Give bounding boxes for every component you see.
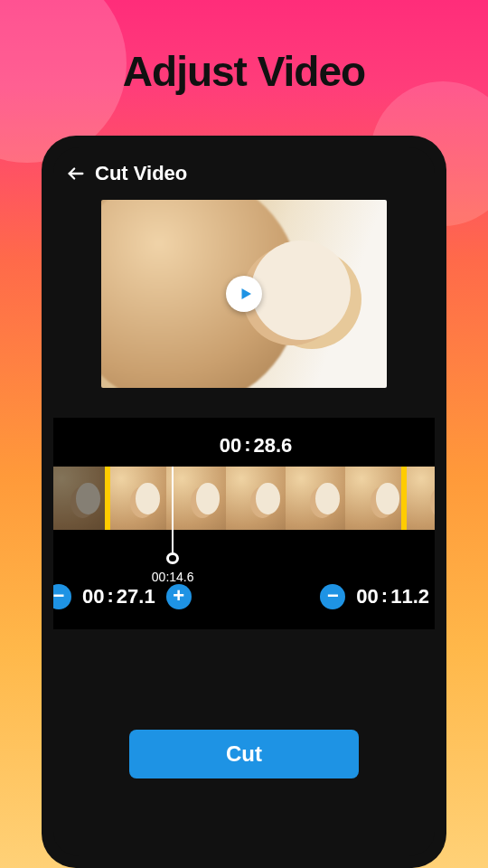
start-mm: 00 bbox=[82, 585, 104, 608]
plus-icon: + bbox=[173, 586, 184, 606]
timeline-thumb bbox=[345, 467, 405, 530]
back-arrow-icon[interactable] bbox=[66, 164, 86, 184]
playhead-line bbox=[172, 467, 174, 556]
start-ss: 27.1 bbox=[117, 585, 155, 608]
timeline-thumb bbox=[166, 467, 226, 530]
end-minus-button[interactable]: − bbox=[320, 584, 345, 609]
phone-frame: Cut Video 00:28.6 bbox=[42, 136, 446, 868]
minus-icon: − bbox=[327, 586, 339, 606]
trim-panel: 00:28.6 00:14.6 bbox=[53, 418, 435, 629]
start-time-control: − 00:27.1 + bbox=[53, 584, 192, 609]
playhead-time: 00:14.6 bbox=[152, 570, 194, 584]
end-ss: 11.2 bbox=[390, 585, 429, 608]
appbar-title: Cut Video bbox=[95, 162, 187, 185]
timeline-thumb bbox=[226, 467, 286, 530]
timeline-thumb bbox=[53, 467, 106, 530]
playhead-dot-icon bbox=[166, 552, 179, 564]
minus-icon: − bbox=[53, 586, 64, 606]
start-plus-button[interactable]: + bbox=[166, 584, 192, 609]
timeline-thumb bbox=[406, 467, 435, 530]
timeline-thumb bbox=[286, 467, 345, 530]
duration-mm: 00 bbox=[220, 434, 241, 457]
timeline[interactable]: 00:14.6 bbox=[53, 467, 435, 530]
cut-button[interactable]: Cut bbox=[129, 730, 359, 778]
total-duration: 00:28.6 bbox=[53, 434, 435, 458]
app-bar: Cut Video bbox=[53, 147, 435, 193]
start-time-value: 00:27.1 bbox=[82, 585, 155, 609]
app-screen: Cut Video 00:28.6 bbox=[53, 147, 435, 856]
play-button[interactable] bbox=[226, 276, 262, 312]
timeline-thumb bbox=[106, 467, 165, 530]
selection-end-handle[interactable] bbox=[401, 467, 407, 530]
start-minus-button[interactable]: − bbox=[53, 584, 71, 609]
promo-title: Adjust Video bbox=[0, 0, 488, 96]
playhead[interactable]: 00:14.6 bbox=[172, 467, 174, 584]
end-time-control: − 00:11.2 + bbox=[320, 584, 435, 609]
end-mm: 00 bbox=[356, 585, 378, 608]
selection-start-handle[interactable] bbox=[105, 467, 110, 530]
trim-controls: − 00:27.1 + − 00:11.2 + bbox=[53, 584, 435, 609]
end-time-value: 00:11.2 bbox=[356, 585, 429, 609]
duration-ss: 28.6 bbox=[253, 434, 292, 457]
video-preview[interactable] bbox=[101, 200, 387, 388]
